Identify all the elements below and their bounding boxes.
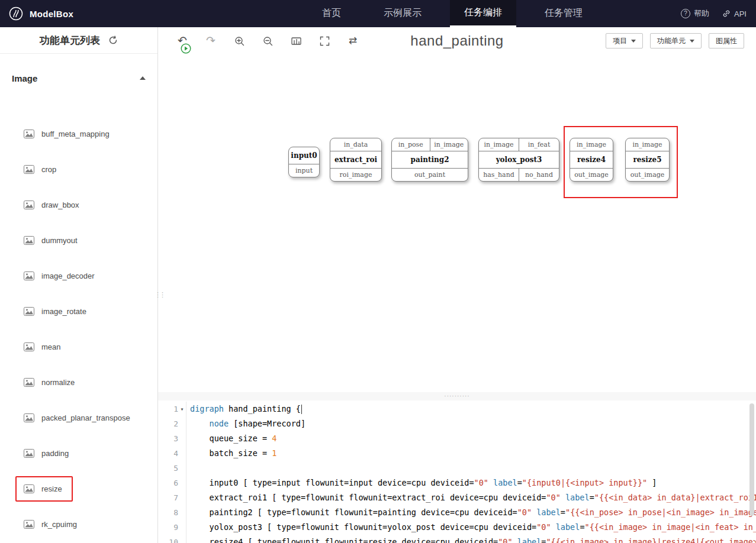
code-line[interactable]: 9 yolox_post3 [ type=flowunit flowunit=y…: [158, 520, 756, 535]
port-out_image[interactable]: out_image: [570, 169, 613, 181]
port-roi_image[interactable]: roi_image: [330, 169, 381, 181]
node-label: resize5: [626, 151, 669, 168]
port-in_data[interactable]: in_data: [330, 138, 381, 151]
api-label: API: [734, 9, 747, 18]
image-icon: [24, 449, 34, 458]
node-label: resize4: [570, 151, 613, 168]
port-in_image[interactable]: in_image: [570, 138, 613, 151]
line-number: 8: [173, 505, 178, 520]
code-line[interactable]: 6 input0 [ type=input flowunit=input dev…: [158, 476, 756, 490]
sidebar-item-normalize[interactable]: normalize: [0, 364, 157, 400]
sidebar-group-image[interactable]: Image: [0, 54, 157, 89]
port-in_image[interactable]: in_image: [479, 138, 519, 151]
api-link[interactable]: API: [722, 9, 747, 18]
code-line[interactable]: 2 node [shape=Mrecord]: [158, 416, 756, 431]
graph-properties-button[interactable]: 图属性: [709, 33, 744, 49]
run-button[interactable]: [181, 43, 191, 54]
port-no_hand[interactable]: no_hand: [519, 169, 559, 181]
project-button[interactable]: 项目: [606, 33, 643, 49]
code-token: [561, 493, 565, 502]
editor-scrollbar[interactable]: [749, 403, 754, 516]
sidebar-item-image_decoder[interactable]: image_decoder: [0, 258, 157, 293]
node-extract_roi[interactable]: in_dataextract_roiroi_image: [330, 138, 382, 182]
port-input[interactable]: input: [289, 164, 319, 177]
node-input0[interactable]: input0input: [288, 147, 320, 177]
code-line[interactable]: 10 resize4 [ type=flowunit flowunit=resi…: [158, 535, 756, 543]
panel-resize-handle[interactable]: ⋮⋮: [156, 283, 163, 306]
api-link-icon: [722, 9, 731, 18]
sidebar-item-rk_cpuimg[interactable]: rk_cpuimg: [0, 506, 157, 542]
code-text: batch_size = 1: [186, 446, 276, 461]
editor-resize-handle[interactable]: ··········: [158, 392, 756, 400]
code-token: [shape=Mrecord]: [229, 419, 305, 428]
code-line[interactable]: 3 queue_size = 4: [158, 431, 756, 446]
nav-item-task-orchestration[interactable]: 任务编排: [450, 0, 516, 27]
code-line[interactable]: 7 extract_roi1 [ type=flowunit flowunit=…: [158, 490, 756, 505]
fold-arrow-icon[interactable]: ▾: [178, 402, 186, 416]
nav-item-examples[interactable]: 示例展示: [369, 0, 436, 27]
sidebar-item-buff_meta_mapping[interactable]: buff_meta_mapping: [0, 116, 157, 151]
output-ports: input: [289, 164, 319, 177]
sidebar-item-image_rotate[interactable]: image_rotate: [0, 293, 157, 329]
zoom-in-icon[interactable]: [234, 35, 245, 46]
nav-item-task-management[interactable]: 任务管理: [530, 0, 597, 27]
code-token: {: [296, 404, 301, 413]
minimap-icon[interactable]: [291, 35, 301, 46]
port-has_hand[interactable]: has_hand: [479, 169, 519, 181]
code-text: node [shape=Mrecord]: [186, 416, 305, 431]
code-line[interactable]: 8 painting2 [ type=flowunit flowunit=pai…: [158, 505, 756, 520]
code-token: label: [556, 522, 580, 532]
fit-screen-icon[interactable]: [319, 35, 330, 46]
zoom-out-icon[interactable]: [262, 35, 273, 46]
output-ports: out_paint: [392, 168, 468, 181]
code-token: [190, 419, 210, 428]
play-icon: [181, 43, 191, 54]
refresh-icon[interactable]: [108, 35, 118, 45]
node-resize5[interactable]: in_imageresize5out_image: [625, 138, 670, 182]
text-cursor: [301, 405, 302, 414]
button-label: 图属性: [716, 36, 737, 46]
code-token: "0": [517, 508, 532, 517]
sidebar-item-dummyout[interactable]: dummyout: [0, 222, 157, 258]
node-painting2[interactable]: in_posein_imagepainting2out_paint: [391, 138, 468, 182]
image-icon: [24, 236, 34, 245]
sidebar-item-packed_planar_transpose[interactable]: packed_planar_transpose: [0, 400, 157, 435]
tool-icons: ↶ ↷: [177, 27, 358, 54]
modelbox-logo-icon: [8, 6, 24, 21]
sidebar-item-resize[interactable]: resize: [0, 471, 157, 506]
line-number: 1: [173, 402, 178, 416]
sidebar-item-mean[interactable]: mean: [0, 329, 157, 364]
image-icon: [24, 130, 34, 138]
sidebar-item-draw_bbox[interactable]: draw_bbox: [0, 187, 157, 222]
sidebar-item-crop[interactable]: crop: [0, 151, 157, 187]
node-yolox_post3[interactable]: in_imagein_featyolox_post3has_handno_han…: [478, 138, 559, 182]
nav-item-home[interactable]: 首页: [308, 0, 355, 27]
code-token: "0": [536, 522, 551, 532]
node-resize4[interactable]: in_imageresize4out_image: [570, 138, 613, 182]
code-line[interactable]: 4 batch_size = 1: [158, 446, 756, 461]
sidebar-item-padding[interactable]: padding: [0, 435, 157, 471]
port-out_image[interactable]: out_image: [626, 169, 669, 181]
port-in_pose[interactable]: in_pose: [392, 138, 430, 151]
brand-name: ModelBox: [30, 9, 73, 19]
port-in_image[interactable]: in_image: [430, 138, 468, 151]
graph-canvas[interactable]: input0inputin_dataextract_roiroi_imagein…: [158, 54, 756, 392]
sidebar-item-inner: mean: [15, 334, 72, 360]
swap-direction-icon[interactable]: ⇄: [348, 35, 358, 46]
help-link[interactable]: ? 帮助: [681, 8, 709, 19]
sidebar-item-inner: image_decoder: [15, 263, 105, 289]
redo-icon[interactable]: ↷: [205, 35, 216, 46]
node-label: yolox_post3: [479, 151, 559, 168]
code-line[interactable]: 1▾digraph hand_painting {: [158, 402, 756, 416]
code-line[interactable]: 5: [158, 461, 756, 476]
sidebar-item-inner: dummyout: [15, 228, 88, 253]
port-out_paint[interactable]: out_paint: [392, 169, 468, 181]
brand[interactable]: ModelBox: [8, 6, 73, 21]
flowunit-button[interactable]: 功能单元: [650, 33, 702, 49]
code-editor[interactable]: 1▾digraph hand_painting {2 node [shape=M…: [158, 400, 756, 543]
input-ports: in_data: [330, 138, 381, 151]
group-label: Image: [12, 73, 37, 83]
port-in_feat[interactable]: in_feat: [519, 138, 559, 151]
line-number: 5: [173, 461, 178, 476]
port-in_image[interactable]: in_image: [626, 138, 669, 151]
